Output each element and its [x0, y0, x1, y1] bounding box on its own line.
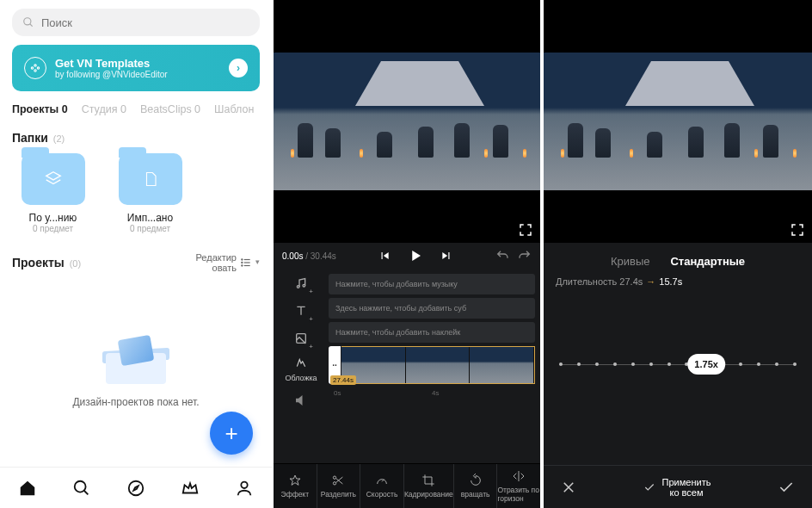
music-track-hint[interactable]: Нажмите, чтобы добавить музыку — [329, 274, 535, 294]
svg-point-2 — [31, 67, 33, 69]
nav-premium[interactable] — [181, 479, 200, 498]
tool-speed[interactable]: Скорость — [360, 464, 403, 508]
add-text-icon[interactable]: + — [292, 301, 311, 320]
confirm-button[interactable] — [778, 479, 795, 496]
prev-frame-button[interactable] — [378, 250, 391, 262]
promo-title: Get VN Templates — [55, 57, 220, 70]
layers-icon — [22, 153, 85, 205]
expand-icon[interactable] — [518, 222, 533, 238]
expand-icon[interactable] — [790, 222, 805, 238]
svg-point-14 — [129, 480, 144, 495]
svg-point-3 — [34, 65, 36, 66]
svg-point-4 — [37, 67, 39, 69]
video-clip[interactable]: ·· 27.44s — [329, 346, 535, 384]
tab-standard[interactable]: Стандартные — [670, 255, 745, 268]
video-frame — [544, 53, 812, 190]
speed-value[interactable]: 1.75x — [687, 354, 725, 375]
search-input[interactable] — [41, 16, 249, 29]
tab-projects[interactable]: Проекты 0 — [12, 103, 68, 115]
svg-line-1 — [30, 24, 33, 27]
svg-point-0 — [24, 18, 31, 25]
check-small-icon — [643, 481, 655, 493]
cancel-button[interactable] — [561, 480, 576, 495]
promo-subtitle: by following @VNVideoEditor — [55, 70, 220, 79]
chevron-right-icon: › — [229, 59, 248, 77]
svg-line-13 — [84, 490, 89, 494]
tool-flip[interactable]: Отразить по горизон — [496, 464, 540, 508]
projects-heading: Проекты (0) — [12, 256, 81, 269]
crop-icon — [421, 474, 435, 487]
timeline-area: 0.00s / 30.44s + + + Обложка Нажмите, — [274, 243, 540, 508]
add-music-icon[interactable]: + — [292, 274, 311, 293]
tool-split[interactable]: Разделить — [317, 464, 360, 508]
flip-icon — [512, 469, 526, 483]
play-button[interactable] — [408, 248, 423, 263]
svg-marker-15 — [133, 486, 138, 491]
sticker-track-hint[interactable]: Нажмите, чтобы добавить наклейк — [329, 322, 535, 343]
empty-illustration — [97, 332, 175, 384]
speed-panel: Кривые Стандартные Длительность 27.4s→15… — [544, 243, 812, 508]
empty-text: Дизайн-проектов пока нет. — [72, 396, 199, 408]
compass-icon — [126, 479, 145, 498]
tracks: Нажмите, чтобы добавить музыку Здесь наж… — [329, 269, 540, 463]
tool-rotate[interactable]: вращать — [453, 464, 497, 508]
folder-name: По у...нию — [12, 212, 94, 224]
add-sticker-icon[interactable]: + — [292, 329, 311, 348]
search-bar[interactable] — [12, 9, 260, 36]
folder-sub: 0 предмет — [109, 224, 191, 233]
tool-crop[interactable]: Кадрирование — [403, 464, 453, 508]
nav-home[interactable] — [18, 479, 37, 498]
panel-home: Get VN Templates by following @VNVideoEd… — [0, 0, 272, 508]
tab-studio[interactable]: Студия 0 — [82, 103, 126, 115]
tab-curves[interactable]: Кривые — [611, 255, 650, 268]
panel-speed: Кривые Стандартные Длительность 27.4s→15… — [544, 0, 812, 508]
next-frame-button[interactable] — [440, 250, 452, 262]
cover-button[interactable] — [292, 356, 311, 369]
search-icon — [72, 479, 91, 498]
nav-search[interactable] — [72, 479, 91, 498]
gauge-icon — [375, 474, 389, 487]
search-icon — [22, 16, 34, 28]
time-ruler: 0s4s — [329, 387, 535, 400]
video-preview[interactable] — [544, 0, 812, 243]
duration-info: Длительность 27.4s→15.7s — [556, 276, 800, 287]
home-icon — [18, 479, 37, 498]
redo-button[interactable] — [518, 249, 532, 263]
clip-duration-badge: 27.44s — [330, 375, 356, 385]
bottom-nav — [0, 467, 272, 508]
star-icon — [288, 474, 302, 487]
folder-imported[interactable]: Имп...ано 0 предмет — [109, 153, 191, 233]
panel-editor: 0.00s / 30.44s + + + Обложка Нажмите, — [274, 0, 540, 508]
rotate-icon — [469, 474, 483, 487]
user-icon — [235, 479, 254, 498]
svg-point-5 — [34, 70, 36, 71]
undo-button[interactable] — [495, 249, 509, 263]
category-tabs: Проекты 0 Студия 0 BeatsClips 0 Шаблон — [12, 103, 260, 115]
nav-profile[interactable] — [235, 479, 254, 498]
edit-button[interactable]: Редактир овать ▾ — [195, 252, 260, 273]
file-icon — [119, 153, 182, 205]
folders-row: По у...нию 0 предмет Имп...ано 0 предмет — [12, 153, 260, 233]
speed-slider[interactable]: 1.75x — [559, 347, 797, 381]
svg-point-10 — [242, 263, 243, 263]
list-icon — [240, 257, 252, 269]
tab-beatsclips[interactable]: BeatsClips 0 — [140, 103, 200, 115]
tool-effect[interactable]: Эффект — [274, 464, 317, 508]
track-icons-column: + + + Обложка — [274, 269, 329, 463]
cover-label: Обложка — [285, 374, 317, 382]
svg-point-12 — [75, 480, 86, 492]
apply-all-button[interactable]: Применить ко всем — [643, 477, 711, 498]
templates-icon — [24, 57, 46, 79]
svg-point-9 — [242, 259, 243, 260]
folder-default[interactable]: По у...нию 0 предмет — [12, 153, 94, 233]
promo-banner[interactable]: Get VN Templates by following @VNVideoEd… — [12, 45, 260, 91]
crown-icon — [181, 479, 200, 498]
nav-explore[interactable] — [126, 479, 145, 498]
video-preview[interactable] — [274, 0, 540, 243]
scissors-icon — [331, 474, 345, 487]
tab-template[interactable]: Шаблон — [214, 103, 254, 115]
volume-icon[interactable] — [292, 391, 311, 410]
text-track-hint[interactable]: Здесь нажмите, чтобы добавить суб — [329, 298, 535, 319]
new-project-button[interactable]: + — [210, 412, 253, 455]
svg-point-16 — [242, 481, 248, 487]
